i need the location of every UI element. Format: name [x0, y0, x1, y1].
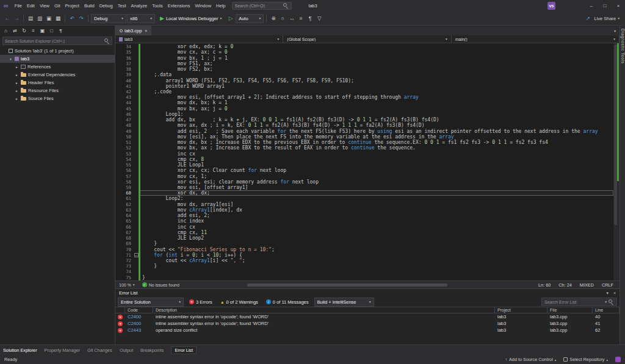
code-line[interactable]: 59 mov esi, [offset array1] — [115, 185, 613, 190]
forward-icon[interactable]: → — [12, 14, 21, 23]
back-icon[interactable]: ← — [3, 14, 12, 23]
nav-member-dropdown[interactable]: main()▾ — [452, 35, 620, 43]
undo-icon[interactable]: ↶ — [68, 14, 76, 23]
code-line[interactable]: 36 mov bx, 1 ; j = 1 — [115, 55, 613, 60]
menu-tools[interactable]: Tools — [150, 0, 165, 12]
document-health-indicator[interactable]: ✓ No issues found — [139, 282, 183, 287]
preview-icon[interactable]: □ — [48, 27, 56, 35]
code-editor[interactable]: 34 xor edx, edx; k = 035 mov cx, ax; c =… — [115, 43, 620, 280]
menu-project[interactable]: Project — [63, 0, 82, 12]
column-header-description[interactable]: Description — [153, 307, 495, 313]
error-row[interactable]: ×C2400inline assembler syntax error in '… — [115, 313, 620, 320]
code-line[interactable]: 56 xor cx, cx; Clear count for next loop — [115, 168, 613, 173]
menu-test[interactable]: Test — [115, 0, 129, 12]
code-line[interactable]: 50 mov [esi], ax; Then place the next FS… — [115, 134, 613, 140]
code-line[interactable]: 74 — [115, 269, 613, 274]
code-line[interactable]: 43 mov esi, [offset array1 + 2]; Indirec… — [115, 95, 613, 100]
column-header-line[interactable]: Line — [593, 307, 620, 313]
tree-collapsed-arrow-icon[interactable]: ▸ — [15, 97, 19, 101]
code-line[interactable]: 54 cmp cx, 8 — [115, 157, 613, 162]
code-line[interactable]: 40 array1 WORD (FS1, FS2, FS3, FS4, FS5,… — [115, 77, 613, 83]
error-scope-dropdown[interactable]: Entire Solution ▾ — [118, 298, 184, 307]
bookmark-icon[interactable]: ▽ — [315, 14, 323, 23]
pin-icon[interactable]: ¶ — [57, 27, 65, 35]
code-line[interactable]: 44 mov dx, bx; k = 1 — [115, 100, 613, 105]
code-line[interactable]: 34 xor edx, edx; k = 0 — [115, 44, 613, 49]
code-line[interactable]: 46 Loop1: — [115, 112, 613, 117]
menu-edit[interactable]: Edit — [24, 0, 37, 12]
code-line[interactable]: 48 mov ax, dx ; i = k, EX: 0 1 1 = fs2(A… — [115, 123, 613, 128]
indent-indicator[interactable]: MIXED — [580, 282, 594, 288]
tree-item-external-dependencies[interactable]: ▸External Dependencies — [0, 71, 115, 79]
code-line[interactable]: 49 add esi, 2 ; Save each variable for t… — [115, 129, 613, 134]
code-line[interactable]: 75} — [115, 275, 613, 280]
minimize-button[interactable]: – — [585, 0, 598, 12]
menu-extensions[interactable]: Extensions — [165, 0, 193, 12]
menu-window[interactable]: Window — [192, 0, 214, 12]
tree-expanded-arrow-icon[interactable]: ▾ — [9, 57, 13, 61]
document-well-dropdown-icon[interactable]: ▾ — [610, 29, 620, 33]
code-line[interactable]: 53 inc cx — [115, 151, 613, 156]
panel-tab-breakpoints[interactable]: Breakpoints — [140, 348, 164, 353]
menu-help[interactable]: Help — [214, 0, 228, 12]
open-file-icon[interactable]: ▥ — [35, 14, 44, 23]
code-line[interactable]: 41 pointer1 WORD array1 — [115, 84, 613, 89]
code-line[interactable]: 42 ;.code — [115, 89, 613, 95]
save-icon[interactable]: ▣ — [45, 14, 53, 23]
column-header-code[interactable]: Code — [125, 307, 153, 313]
panel-tab-property-manager[interactable]: Property Manager — [45, 348, 80, 353]
code-line[interactable]: 55 JLE Loop1 — [115, 162, 613, 168]
maximize-button[interactable]: □ — [598, 0, 612, 12]
column-indicator[interactable]: Ch: 24 — [558, 282, 572, 288]
diagnostic-tools-strip[interactable]: Diagnostic Tools — [620, 26, 625, 344]
code-line[interactable]: 60 xor dx, dx; — [115, 190, 613, 196]
code-line[interactable]: 37 mov FS1, ax; — [115, 61, 613, 66]
tree-collapsed-arrow-icon[interactable]: ▸ — [15, 81, 19, 85]
error-list-close-icon[interactable]: × — [613, 291, 616, 295]
menu-view[interactable]: View — [37, 0, 52, 12]
tree-item-resource-files[interactable]: ▸Resource Files — [0, 87, 115, 95]
navigate-icon[interactable]: ↔ — [287, 14, 296, 23]
code-line[interactable]: 67 cmp cx, 11 — [115, 230, 613, 235]
menu-debug[interactable]: Debug — [97, 0, 115, 12]
menu-analyze[interactable]: Analyze — [129, 0, 150, 12]
panel-tab-git-changes[interactable]: Git Changes — [87, 348, 112, 353]
code-line[interactable]: 57 mov cx, 1; — [115, 173, 613, 179]
code-line[interactable]: 68 JLE Loop2 — [115, 235, 613, 241]
error-list-search[interactable]: Search Error List ▾ — [541, 298, 617, 306]
code-line[interactable]: 73 } — [115, 263, 613, 269]
column-header-severity[interactable] — [115, 307, 125, 313]
account-badge[interactable]: VS — [547, 2, 555, 10]
live-share-button[interactable]: Live Share — [594, 16, 616, 21]
add-to-source-control-button[interactable]: ↑ Add to Source Control ▴ — [505, 357, 556, 362]
properties-icon[interactable]: ▣ — [38, 27, 46, 35]
platform-dropdown[interactable]: x86▾ — [127, 14, 155, 23]
tree-item-source-files[interactable]: ▸Source Files — [0, 95, 115, 102]
nav-scope-dropdown[interactable]: (Global Scope)▾ — [283, 35, 451, 43]
new-file-icon[interactable]: ▤ — [26, 14, 35, 23]
code-line[interactable]: 65 inc index — [115, 218, 613, 224]
notifications-icon[interactable] — [615, 357, 621, 362]
vertical-scrollbar[interactable] — [613, 43, 620, 280]
refresh-icon[interactable]: ↻ — [20, 27, 28, 35]
scrollbar-thumb[interactable] — [247, 284, 447, 287]
horizontal-scrollbar[interactable] — [186, 283, 530, 287]
warnings-filter-button[interactable]: ▲ 0 of 2 Warnings — [218, 298, 261, 306]
code-line[interactable]: 63 mov cArray1[index], dx — [115, 207, 613, 213]
local-windows-debugger-button[interactable]: ▶Local Windows Debugger▾ — [157, 13, 225, 24]
panel-tab-output[interactable]: Output — [120, 348, 133, 353]
tree-collapsed-arrow-icon[interactable]: ▸ — [15, 73, 19, 77]
auto-dropdown[interactable]: Auto▾ — [236, 14, 264, 23]
configuration-dropdown[interactable]: Debug▾ — [91, 14, 126, 23]
eol-indicator[interactable]: CRLF — [602, 282, 613, 288]
collapse-icon[interactable]: ≡ — [29, 27, 37, 35]
code-line[interactable]: 58 xor esi, esi; clear memory address fo… — [115, 179, 613, 185]
menu-git[interactable]: Git — [52, 0, 63, 12]
error-source-dropdown[interactable]: Build + IntelliSense ▾ — [314, 298, 374, 307]
tab-close-icon[interactable]: × — [145, 29, 147, 33]
code-line[interactable]: 62 mov dx, array1[esi] — [115, 202, 613, 207]
error-row[interactable]: ×C2443operand size conflictlab3lab3.cpp6… — [115, 327, 620, 334]
line-indicator[interactable]: Ln: 60 — [538, 282, 551, 288]
outline-icon[interactable]: ≡ — [297, 14, 305, 23]
home-icon[interactable]: ⌂ — [2, 27, 10, 35]
